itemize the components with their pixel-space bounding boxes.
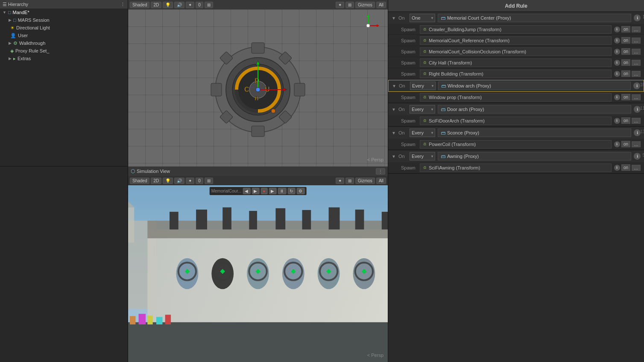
hierarchy-label: Extras bbox=[18, 56, 31, 61]
collapse-btn-rule-1[interactable]: ▼ bbox=[392, 16, 396, 20]
sim-scale-btn[interactable]: ⊞ bbox=[345, 178, 354, 184]
scene-move-btn[interactable]: ✦ bbox=[336, 2, 344, 8]
spawn-more-btn-rule-1-3[interactable]: … bbox=[632, 60, 641, 66]
spawn-info-btn-rule-13-0[interactable]: ℹ bbox=[614, 141, 620, 147]
sim-menu-btn[interactable]: ⋮ bbox=[376, 168, 385, 175]
svg-rect-68 bbox=[147, 315, 152, 324]
spawn-info-btn-rule-1-4[interactable]: ℹ bbox=[614, 71, 620, 77]
seq-label: MemorialCour... bbox=[211, 189, 242, 193]
hierarchy-item-user[interactable]: 👤 User bbox=[0, 32, 128, 39]
play-btn[interactable]: ▶ bbox=[269, 188, 276, 194]
condition-dropdown-rule-1[interactable]: One bbox=[410, 14, 435, 22]
all-btn[interactable]: All bbox=[376, 2, 386, 8]
prev-btn[interactable]: ◀ bbox=[243, 188, 250, 194]
spawn-icon-rule-1-1: ⛭ bbox=[423, 38, 427, 43]
on-label-rule-1: On bbox=[398, 15, 407, 20]
spawn-more-btn-rule-5-0[interactable]: … bbox=[632, 165, 641, 171]
spawn-info-btn-rule-11-0[interactable]: ℹ bbox=[614, 118, 620, 124]
sim-sound-btn[interactable]: 🔊 bbox=[174, 178, 184, 184]
spawn-more-btn-rule-13-0[interactable]: … bbox=[632, 141, 641, 147]
hierarchy-item-mars-session[interactable]: ▶ □ MARS Session bbox=[0, 16, 128, 24]
collapse-btn-rule-11[interactable]: ▼ bbox=[392, 107, 396, 112]
sim-gizmos-btn[interactable]: Gizmos bbox=[355, 178, 375, 184]
sim-grid-btn[interactable]: ⊞ bbox=[205, 178, 213, 184]
spawn-info-btn-rule-1-0[interactable]: ℹ bbox=[614, 26, 620, 32]
sim-title: Simulation View bbox=[137, 169, 170, 174]
spawn-label-rule-1-1: Spawn bbox=[401, 38, 417, 43]
tree-icon: □ bbox=[13, 18, 16, 23]
svg-rect-41 bbox=[329, 207, 340, 230]
left-panel: ☰ Hierarchy ⋮ ▼ □ MandE* ▶ □ MARS Sessio… bbox=[0, 0, 128, 362]
hierarchy-item-directional-light[interactable]: ☀ Directional Light bbox=[0, 24, 128, 32]
pause-btn[interactable]: ⏸ bbox=[278, 188, 286, 194]
scene-light-btn[interactable]: 💡 bbox=[163, 2, 173, 8]
spawn-more-btn-rule-1-4[interactable]: … bbox=[632, 71, 641, 77]
scene-scale-btn[interactable]: ⊞ bbox=[345, 2, 354, 8]
condition-dropdown-wrapper-rule-11: Every bbox=[410, 105, 435, 114]
gizmos-btn[interactable]: Gizmos bbox=[355, 2, 375, 8]
collapse-btn-rule-13[interactable]: ▼ bbox=[392, 131, 396, 135]
spawn-more-btn-rule-11-0[interactable]: … bbox=[632, 118, 641, 124]
svg-rect-38 bbox=[249, 211, 257, 229]
spawn-icon-rule-5-0: ⛭ bbox=[423, 165, 427, 170]
rec-btn[interactable]: ● bbox=[261, 188, 267, 194]
proxy-label-rule-5: 🗃 Awning (Proxy) bbox=[438, 152, 631, 161]
sim-num-btn[interactable]: 0 bbox=[196, 178, 203, 184]
spawn-row-rule-1-2: Spawn ⛭ MemorialCourt_CollisionOcclusion… bbox=[388, 46, 644, 57]
spawn-target-rule-13-0: ⛭ PowerCoil (Transform) bbox=[420, 140, 612, 149]
rule-block-rule-11: ▼ On Every 🗃 Door arch (Proxy) ℹ 11 Spaw… bbox=[388, 103, 644, 127]
rule-block-rule-13: ▼ On Every 🗃 Sconce (Proxy) ℹ 13 Spawn ⛭… bbox=[388, 127, 644, 150]
spawn-info-btn-rule-1-3[interactable]: ℹ bbox=[614, 60, 620, 66]
spawn-target-rule-1-3: ⛭ City Hall (Transform) bbox=[420, 58, 612, 67]
hierarchy-item-proxy-rule-set[interactable]: ◈ Proxy Rule Set_ bbox=[0, 47, 128, 55]
sim-fx-btn[interactable]: ✦ bbox=[186, 178, 194, 184]
collapse-btn-rule-10[interactable]: ▼ bbox=[392, 84, 396, 88]
scene-2d-btn[interactable]: 2D bbox=[151, 2, 161, 8]
condition-dropdown-rule-11[interactable]: Every bbox=[410, 105, 435, 114]
rule-block-rule-10: ▼ On Every 🗃 Window arch (Proxy) ℹ 10 Sp… bbox=[388, 80, 644, 103]
spawn-row-rule-5-0: Spawn ⛭ SciFiAwning (Transform) ℹ on … bbox=[388, 162, 644, 173]
sim-move-btn[interactable]: ✦ bbox=[336, 178, 344, 184]
spawn-row-rule-1-4: Spawn ⛭ Right Building (Transform) ℹ on … bbox=[388, 68, 644, 79]
sim-all-btn[interactable]: All bbox=[376, 178, 386, 184]
hierarchy-menu-btn[interactable]: ⋮ bbox=[120, 2, 125, 7]
next-btn[interactable]: ▶ bbox=[252, 188, 259, 194]
svg-rect-67 bbox=[139, 314, 146, 324]
spawn-info-btn-rule-5-0[interactable]: ℹ bbox=[614, 165, 620, 171]
collapse-btn-rule-5[interactable]: ▼ bbox=[392, 154, 396, 159]
rule-block-rule-1: ▼ On One 🗃 Memorial Court Center (Proxy)… bbox=[388, 12, 644, 80]
spawn-info-btn-rule-1-2[interactable]: ℹ bbox=[614, 49, 620, 55]
proxy-text-rule-1: Memorial Court Center (Proxy) bbox=[447, 15, 511, 20]
scene-stats-btn[interactable]: 0 bbox=[196, 2, 203, 8]
spawn-more-btn-rule-1-2[interactable]: … bbox=[632, 49, 641, 55]
hierarchy-label: MARS Session bbox=[18, 18, 50, 23]
sim-canvas[interactable]: MemorialCour... ◀ ▶ ● ▶ ⏸ ↻ ⚙ < Persp bbox=[128, 185, 388, 362]
condition-dropdown-rule-10[interactable]: Every bbox=[410, 82, 436, 90]
spawn-btns-rule-5-0: ℹ on … bbox=[614, 164, 641, 171]
scene-grid-btn[interactable]: ⊞ bbox=[205, 2, 213, 8]
loop-btn[interactable]: ↻ bbox=[287, 188, 295, 194]
sim-2d-btn[interactable]: 2D bbox=[151, 178, 161, 184]
svg-point-22 bbox=[271, 109, 275, 113]
spawn-target-rule-5-0: ⛭ SciFiAwning (Transform) bbox=[420, 163, 612, 172]
hierarchy-item-extras[interactable]: ▶ ▸ Extras bbox=[0, 55, 128, 62]
condition-dropdown-rule-5[interactable]: Every bbox=[410, 152, 435, 161]
spawn-more-btn-rule-10-0[interactable]: … bbox=[632, 94, 641, 100]
sim-shading-btn[interactable]: Shaded bbox=[130, 178, 149, 184]
spawn-more-btn-rule-1-1[interactable]: … bbox=[632, 38, 641, 44]
sim-light-btn[interactable]: 💡 bbox=[163, 178, 173, 184]
scene-fx-btn[interactable]: ✦ bbox=[186, 2, 194, 8]
spawn-info-btn-rule-1-1[interactable]: ℹ bbox=[614, 38, 620, 44]
scene-sound-btn[interactable]: 🔊 bbox=[174, 2, 184, 8]
spawn-more-btn-rule-1-0[interactable]: … bbox=[632, 26, 641, 32]
proxy-icon-rule-11: 🗃 bbox=[441, 107, 445, 112]
shading-btn[interactable]: Shaded bbox=[130, 2, 149, 8]
settings-btn[interactable]: ⚙ bbox=[296, 188, 304, 194]
proxy-label-rule-11: 🗃 Door arch (Proxy) bbox=[438, 105, 631, 114]
condition-dropdown-rule-13[interactable]: Every bbox=[410, 128, 435, 137]
on-badge-rule-1-0: on bbox=[621, 26, 630, 32]
spawn-btns-rule-1-2: ℹ on … bbox=[614, 48, 641, 55]
hierarchy-item-mande[interactable]: ▼ □ MandE* bbox=[0, 9, 128, 16]
spawn-info-btn-rule-10-0[interactable]: ℹ bbox=[614, 94, 620, 100]
hierarchy-item-walkthrough[interactable]: ▶ ⚙ Walkthrough bbox=[0, 39, 128, 47]
